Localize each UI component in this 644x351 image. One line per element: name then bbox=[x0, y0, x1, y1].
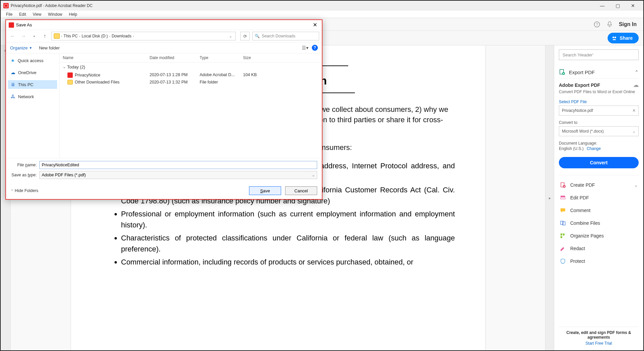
chevron-down-icon: ⌄ bbox=[632, 129, 636, 134]
breadcrumb[interactable]: Downloads bbox=[112, 34, 131, 38]
file-group-header[interactable]: ⌄Today (2) bbox=[59, 62, 322, 71]
maximize-button[interactable]: ▢ bbox=[610, 1, 625, 11]
file-row[interactable]: Other Downloaded Files 2020-07-13 1:32 P… bbox=[59, 79, 322, 85]
svg-rect-27 bbox=[561, 236, 562, 238]
dialog-close-button[interactable]: ✕ bbox=[311, 22, 319, 28]
refresh-button[interactable]: ⟳ bbox=[240, 32, 250, 40]
export-pdf-icon bbox=[559, 69, 566, 75]
convert-format-select[interactable]: Microsoft Word (*.docx) ⌄ bbox=[559, 126, 639, 136]
filename-input[interactable] bbox=[39, 161, 317, 169]
svg-point-16 bbox=[615, 36, 616, 38]
menu-help[interactable]: Help bbox=[66, 11, 81, 17]
sidebar-item-this-pc[interactable]: 🖥This PC bbox=[8, 80, 57, 89]
close-button[interactable]: ✕ bbox=[625, 1, 641, 11]
svg-rect-25 bbox=[561, 233, 562, 235]
tools-search-input[interactable]: Search 'Header' bbox=[559, 49, 639, 60]
address-bar[interactable]: › This PC › Local Disk (D:) › Downloads … bbox=[51, 32, 236, 40]
filename-label: File name: bbox=[11, 163, 39, 167]
nav-recent-button[interactable]: ▾ bbox=[30, 34, 38, 38]
right-panel: Search 'Header' Export PDF ⌃ Adobe Expor… bbox=[554, 45, 643, 350]
menu-view[interactable]: View bbox=[29, 11, 45, 17]
right-collapse-handle[interactable]: ▸ bbox=[545, 45, 554, 350]
cancel-button[interactable]: Cancel bbox=[285, 186, 317, 195]
organize-button[interactable]: Organize ▼ bbox=[10, 45, 32, 50]
star-icon: ★ bbox=[11, 58, 15, 63]
nav-up-button[interactable]: ↑ bbox=[41, 33, 49, 39]
bell-icon[interactable] bbox=[606, 21, 613, 28]
cloud-icon: ☁ bbox=[633, 82, 639, 88]
create-pdf-icon bbox=[560, 182, 566, 188]
saveastype-select[interactable]: Adobe PDF Files (*.pdf) ⌄ bbox=[39, 171, 317, 179]
help-icon[interactable]: ? bbox=[594, 21, 600, 28]
tool-comment[interactable]: Comment bbox=[559, 204, 639, 217]
address-dropdown[interactable]: ⌄ bbox=[228, 34, 233, 38]
export-pdf-section[interactable]: Export PDF ⌃ bbox=[559, 66, 639, 78]
dialog-titlebar: Save As ✕ bbox=[6, 20, 322, 30]
new-folder-button[interactable]: New folder bbox=[39, 45, 60, 50]
app-icon bbox=[9, 22, 14, 28]
breadcrumb[interactable]: This PC bbox=[63, 34, 78, 38]
menu-window[interactable]: Window bbox=[45, 11, 66, 17]
share-label: Share bbox=[620, 35, 633, 41]
saveastype-label: Save as type: bbox=[11, 173, 39, 177]
save-button[interactable]: Save bbox=[249, 186, 281, 195]
dialog-sidebar: ★Quick access ☁OneDrive 🖥This PC 🖧Networ… bbox=[6, 53, 59, 158]
window-titlebar: PrivacyNotice.pdf - Adobe Acrobat Reader… bbox=[1, 1, 643, 11]
signin-button[interactable]: Sign In bbox=[619, 21, 637, 27]
list-item: Commercial information, including record… bbox=[121, 256, 455, 268]
change-language-link[interactable]: Change bbox=[587, 146, 601, 151]
comment-icon bbox=[560, 207, 566, 214]
tool-organize[interactable]: Organize Pages bbox=[559, 229, 639, 242]
sidebar-item-quick-access[interactable]: ★Quick access bbox=[8, 56, 57, 65]
dialog-toolbar: Organize ▼ New folder ☰▾ ? bbox=[6, 42, 322, 53]
tool-protect[interactable]: Protect bbox=[559, 255, 639, 268]
nav-forward-button[interactable]: → bbox=[19, 33, 27, 39]
adobe-export-title: Adobe Export PDF bbox=[559, 82, 600, 88]
list-item: Characteristics of protected classificat… bbox=[121, 232, 455, 254]
tool-edit-pdf[interactable]: Edit PDF bbox=[559, 191, 639, 204]
svg-rect-22 bbox=[561, 198, 565, 199]
menu-file[interactable]: File bbox=[3, 11, 16, 17]
sidebar-item-onedrive[interactable]: ☁OneDrive bbox=[8, 68, 57, 77]
column-header[interactable]: Type bbox=[200, 55, 243, 60]
organize-icon bbox=[560, 232, 566, 239]
breadcrumb[interactable]: Local Disk (D:) bbox=[81, 34, 108, 38]
svg-text:?: ? bbox=[596, 22, 598, 26]
redact-icon bbox=[560, 245, 566, 252]
svg-rect-26 bbox=[563, 233, 565, 235]
edit-pdf-icon bbox=[560, 194, 566, 201]
chevron-up-icon: ⌃ bbox=[635, 69, 639, 75]
start-trial-link[interactable]: Start Free Trial bbox=[559, 341, 639, 346]
nav-back-button[interactable]: ← bbox=[9, 33, 17, 39]
column-header[interactable]: Date modified bbox=[150, 55, 200, 60]
clear-file-icon[interactable]: ✕ bbox=[632, 108, 636, 113]
column-header[interactable]: Name bbox=[63, 55, 150, 60]
folder-search-input[interactable]: 🔍 Search Downloads bbox=[252, 32, 319, 40]
select-file-label: Select PDF File bbox=[559, 100, 639, 104]
column-header[interactable]: Size bbox=[243, 55, 270, 60]
dialog-nav: ← → ▾ ↑ › This PC › Local Disk (D:) › Do… bbox=[6, 30, 322, 42]
help-icon[interactable]: ? bbox=[312, 45, 318, 51]
view-options-button[interactable]: ☰▾ bbox=[302, 45, 308, 50]
convert-button[interactable]: Convert bbox=[559, 157, 639, 168]
minimize-button[interactable]: — bbox=[595, 1, 610, 11]
share-button[interactable]: Share bbox=[608, 33, 639, 43]
dialog-title: Save As bbox=[16, 22, 32, 27]
protect-icon bbox=[560, 258, 566, 265]
right-panel-footer: Create, edit and sign PDF forms & agreem… bbox=[559, 327, 639, 346]
file-list-header: Name Date modified Type Size bbox=[59, 53, 322, 62]
selected-file-field[interactable]: PrivacyNotice.pdf ✕ bbox=[559, 106, 639, 116]
svg-rect-21 bbox=[561, 196, 565, 197]
app-icon bbox=[3, 3, 9, 8]
tool-create-pdf[interactable]: Create PDF⌄ bbox=[559, 179, 639, 191]
file-row[interactable]: PrivacyNotice 2020-07-13 1:28 PM Adobe A… bbox=[59, 71, 322, 79]
menu-edit[interactable]: Edit bbox=[16, 11, 29, 17]
sidebar-item-network[interactable]: 🖧Network bbox=[8, 92, 57, 101]
menubar: File Edit View Window Help bbox=[1, 11, 643, 18]
tool-combine[interactable]: Combine Files bbox=[559, 217, 639, 229]
convert-to-label: Convert to bbox=[559, 120, 639, 125]
tool-redact[interactable]: Redact bbox=[559, 242, 639, 255]
chevron-down-icon: ⌄ bbox=[312, 173, 315, 177]
hide-folders-button[interactable]: ⌃Hide Folders bbox=[11, 188, 38, 193]
doc-language-label: Document Language: bbox=[559, 141, 639, 146]
